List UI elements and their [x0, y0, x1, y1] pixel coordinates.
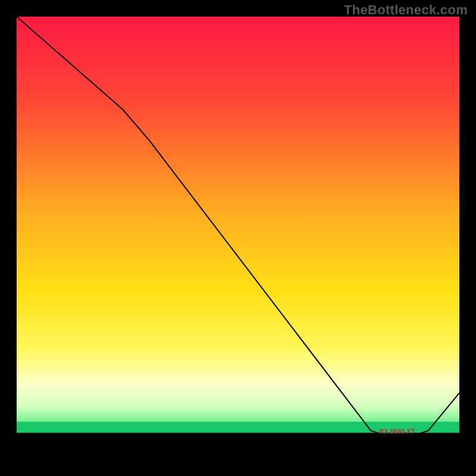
- chart-svg: [17, 17, 459, 459]
- gradient-background: [17, 17, 459, 459]
- plot-area: RX 5600 XT: [17, 17, 459, 459]
- watermark-text: TheBottleneck.com: [344, 2, 468, 18]
- chart-frame: TheBottleneck.com RX 5600 XT: [0, 0, 476, 476]
- curve-annotation: RX 5600 XT: [380, 428, 415, 435]
- baseline-band: [17, 433, 459, 459]
